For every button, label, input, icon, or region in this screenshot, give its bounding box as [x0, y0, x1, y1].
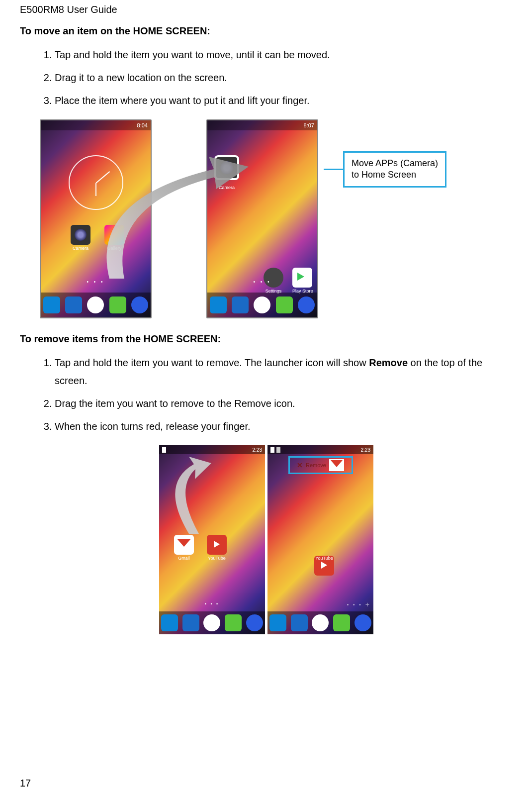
status-bar: 2:23: [159, 445, 265, 454]
app-label: YouTube: [314, 556, 334, 561]
step-move-2: Drag it to a new location on the screen.: [55, 69, 512, 87]
phone-icon[interactable]: [161, 614, 178, 631]
app-row: Gmail YouTube: [174, 535, 227, 555]
step-move-1: Tap and hold the item you want to move, …: [55, 46, 512, 64]
gmail-icon[interactable]: Gmail: [174, 535, 194, 555]
remove-drop-target[interactable]: ✕ Remove: [288, 456, 353, 474]
status-time: 2:23: [361, 447, 370, 453]
messages-icon[interactable]: [109, 297, 126, 313]
play-store-icon[interactable]: Play Store: [292, 268, 312, 288]
clock-widget: [69, 155, 123, 210]
screenshot-home-screen: 8:07 Camera Settings Play Store • • •: [206, 119, 318, 318]
contacts-icon[interactable]: [65, 297, 82, 313]
phone-icon[interactable]: [269, 614, 286, 631]
screenshot-apps-drawer: 8:04 Camera Gallery • • •: [40, 119, 152, 318]
app-label: Gmail: [174, 556, 194, 561]
browser-icon[interactable]: [131, 297, 148, 313]
gallery-icon[interactable]: Gallery: [104, 225, 124, 245]
dock-bar: [41, 293, 151, 317]
status-bar: 8:07: [207, 120, 317, 130]
step-remove-1: Tap and hold the item you want to remove…: [55, 354, 512, 390]
apps-icon[interactable]: [203, 614, 220, 631]
browser-icon[interactable]: [355, 614, 371, 631]
step-move-3: Place the item where you want to put it …: [55, 92, 512, 109]
phone-icon[interactable]: [210, 297, 227, 313]
page-indicator: • • •: [205, 601, 219, 606]
section-move-title: To move an item on the HOME SCREEN:: [20, 25, 512, 37]
dock-bar: [207, 293, 317, 317]
callout-line: to Home Screen: [352, 169, 438, 181]
messages-icon[interactable]: [276, 297, 293, 313]
battery-icon: [270, 447, 274, 453]
contacts-icon[interactable]: [182, 614, 199, 631]
figure-remove-apps: 2:23 Gmail YouTube • • • 2:23 ✕: [159, 445, 373, 634]
section-remove-title: To remove items from the HOME SCREEN:: [20, 333, 512, 345]
app-row: Camera Gallery: [71, 225, 124, 245]
messages-icon[interactable]: [225, 614, 242, 631]
app-label: Gallery: [104, 246, 124, 251]
close-icon: ✕: [297, 461, 303, 469]
screenshot-remove-target: 2:23 ✕ Remove YouTube • • • +: [267, 445, 373, 634]
contacts-icon[interactable]: [232, 297, 249, 313]
dock-bar: [267, 611, 373, 634]
screenshot-remove-before: 2:23 Gmail YouTube • • •: [159, 445, 265, 634]
apps-icon[interactable]: [254, 297, 270, 313]
browser-icon[interactable]: [246, 614, 263, 631]
page-indicator: • • •: [87, 279, 104, 285]
step-remove-3: When the icon turns red, release your fi…: [55, 417, 512, 435]
battery-icon: [162, 447, 166, 453]
settings-icon[interactable]: Settings: [264, 268, 283, 288]
contacts-icon[interactable]: [291, 614, 308, 631]
doc-header: E500RM8 User Guide: [20, 0, 512, 15]
steps-move: Tap and hold the item you want to move, …: [20, 46, 512, 109]
step-remove-2: Drag the item you want to remove to the …: [55, 395, 512, 412]
youtube-icon[interactable]: YouTube: [314, 556, 334, 576]
sd-icon: [276, 447, 280, 453]
app-label: YouTube: [207, 556, 227, 561]
camera-icon[interactable]: Camera: [71, 225, 90, 245]
callout-box: Move APPs (Camera) to Home Screen: [343, 151, 446, 188]
phone-icon[interactable]: [43, 297, 60, 313]
messages-icon[interactable]: [333, 614, 350, 631]
remove-arrow: [164, 454, 224, 539]
app-label: Camera: [71, 246, 90, 251]
status-bar: 8:04: [41, 120, 151, 130]
apps-icon[interactable]: [87, 297, 104, 313]
status-bar: 2:23: [267, 445, 373, 454]
page-indicator: • • •: [253, 279, 271, 285]
callout-line: Move APPs (Camera): [352, 158, 438, 169]
apps-icon[interactable]: [312, 614, 329, 631]
remove-label: Remove: [306, 462, 326, 468]
status-time: 2:23: [253, 447, 262, 453]
gmail-icon-dragged: [329, 459, 344, 471]
dock-bar: [159, 611, 265, 634]
youtube-icon[interactable]: YouTube: [207, 535, 227, 555]
status-time: 8:04: [137, 122, 148, 128]
app-label: Camera: [216, 185, 237, 190]
browser-icon[interactable]: [298, 297, 315, 313]
add-screen-icon[interactable]: • • • +: [347, 600, 369, 608]
camera-icon-moved[interactable]: Camera: [214, 155, 239, 180]
steps-remove: Tap and hold the item you want to remove…: [20, 354, 512, 435]
status-time: 8:07: [304, 122, 314, 128]
page-number: 17: [20, 778, 31, 789]
figure-move-apps: 8:04 Camera Gallery • • • 8:07 Camera: [40, 119, 512, 318]
